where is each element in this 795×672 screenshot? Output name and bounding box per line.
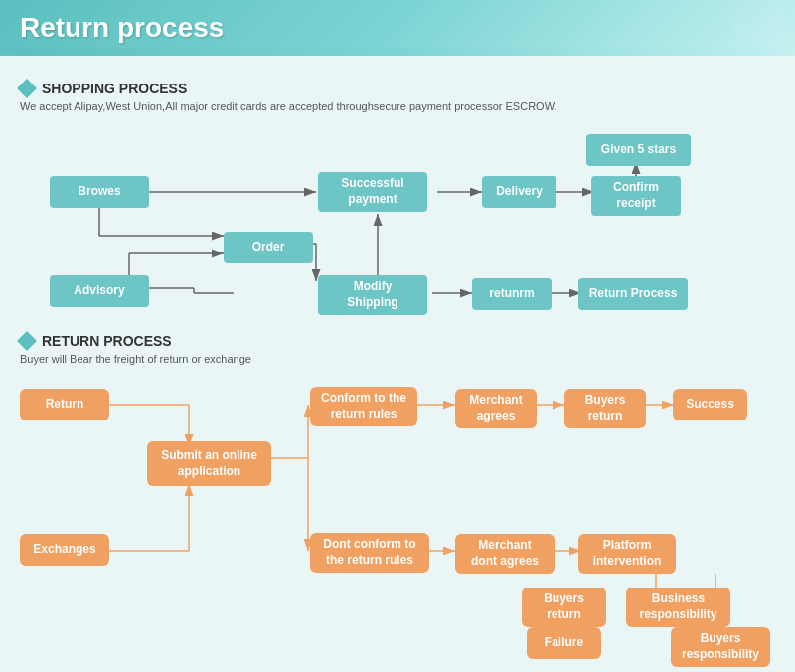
confirm-receipt-box: Confirm receipt	[591, 176, 681, 216]
merchant-agrees-box: Merchant agrees	[455, 389, 537, 428]
page-header: Return process	[0, 0, 795, 56]
modify-shipping-box: Modify Shipping	[318, 275, 427, 315]
return-flow-diagram: Return Submit an online application Exch…	[20, 377, 775, 672]
order-box: Order	[224, 232, 313, 263]
shopping-desc: We accept Alipay,West Union,All major cr…	[20, 100, 775, 112]
business-responsibility-box: Business responsibility	[626, 588, 730, 627]
dont-conform-rules-box: Dont conform to the return rules	[310, 533, 429, 573]
platform-intervention-box: Platform intervention	[578, 534, 676, 574]
conform-rules-box: Conform to the return rules	[310, 387, 417, 426]
diamond-icon-return	[17, 331, 37, 351]
shopping-section-header: SHOPPING PROCESS	[20, 81, 775, 96]
delivery-box: Delivery	[482, 176, 556, 208]
svg-point-1	[755, 20, 795, 60]
returnm-box: retunrm	[472, 278, 552, 310]
svg-point-2	[720, 20, 750, 50]
shopping-title: SHOPPING PROCESS	[42, 81, 187, 96]
success-box: Success	[673, 389, 747, 420]
merchant-dont-agrees-box: Merchant dont agrees	[455, 534, 555, 574]
page-title: Return process	[20, 12, 224, 43]
header-decoration	[596, 0, 795, 60]
submit-online-box: Submit an online application	[147, 441, 271, 486]
diamond-icon-shopping	[17, 79, 37, 98]
return-process-box: Return Process	[578, 278, 688, 310]
buyers-return-bottom-box: Buyers return	[522, 588, 606, 627]
exchanges-box: Exchanges	[20, 534, 109, 566]
return-section-header: RETURN PROCESS	[20, 333, 775, 349]
buyers-responsibility-box: Buyers responsibility	[671, 627, 770, 667]
return-title: RETURN PROCESS	[42, 333, 172, 349]
return-desc: Buyer will Bear the freight of return or…	[20, 353, 775, 365]
successful-payment-box: Successful payment	[318, 172, 427, 212]
return-box: Return	[20, 389, 109, 420]
failure-box: Failure	[527, 627, 601, 659]
main-content: SHOPPING PROCESS We accept Alipay,West U…	[0, 56, 795, 672]
shopping-flow-diagram: Given 5 stars Browes Successful payment …	[20, 124, 775, 323]
advisory-box: Advisory	[50, 275, 149, 307]
browes-box: Browes	[50, 176, 149, 208]
buyers-return-top-box: Buyers return	[564, 389, 646, 428]
given-5-stars-box: Given 5 stars	[586, 134, 691, 166]
